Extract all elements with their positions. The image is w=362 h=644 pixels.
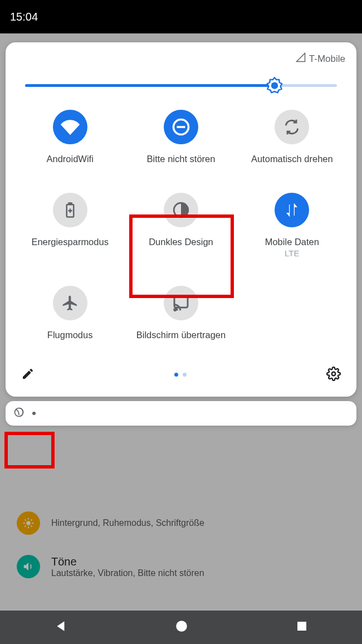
bg-subtitle: Lautstärke, Vibration, Bitte nicht störe…	[51, 568, 204, 578]
highlight-edit	[4, 432, 55, 469]
page-dot	[183, 373, 187, 377]
tile-label: Flugmodus	[47, 329, 93, 341]
tile-label: Bildschirm übertragen	[136, 329, 226, 341]
svg-point-14	[176, 621, 187, 632]
settings-button[interactable]	[323, 363, 344, 387]
svg-rect-10	[174, 297, 188, 308]
notification-dot-icon	[32, 412, 36, 415]
tile-rotate[interactable]: Automatisch drehen	[237, 106, 348, 168]
brightness-thumb-icon[interactable]	[266, 77, 283, 94]
bg-title: Töne	[51, 555, 204, 568]
status-bar: 15:04	[0, 0, 362, 33]
svg-rect-15	[297, 622, 306, 631]
page-indicator	[174, 373, 187, 377]
tile-cast[interactable]: Bildschirm übertragen	[125, 282, 236, 344]
tiles-grid: AndroidWifiBitte nicht störenAutomatisch…	[6, 101, 356, 352]
panel-footer	[6, 358, 356, 391]
wifi-icon[interactable]	[53, 110, 87, 144]
tile-label: Bitte nicht stören	[147, 153, 216, 165]
mobiledata-icon[interactable]	[275, 193, 309, 227]
quick-settings-panel: T-Mobile AndroidWifiBitte nicht störenAu…	[6, 42, 356, 397]
tile-mobiledata[interactable]: Mobile DatenLTE	[237, 189, 348, 262]
status-time: 15:04	[10, 11, 38, 23]
panel-header: T-Mobile	[6, 52, 356, 76]
tile-airplane[interactable]: Flugmodus	[14, 282, 125, 344]
svg-point-12	[332, 372, 336, 376]
tile-label: Energiesparmodus	[31, 236, 109, 248]
rotate-icon[interactable]	[275, 110, 309, 144]
edit-button[interactable]	[18, 364, 38, 386]
sound-settings-icon	[17, 555, 40, 578]
brightness-track	[25, 84, 337, 87]
carrier-label: T-Mobile	[309, 53, 345, 65]
cast-icon[interactable]	[164, 286, 198, 320]
brightness-fill	[25, 84, 275, 87]
bg-list-item: Hintergrund, Ruhemodus, Schriftgröße	[0, 501, 362, 545]
navigation-bar	[0, 611, 362, 644]
recent-button[interactable]	[295, 619, 309, 635]
svg-point-11	[174, 309, 176, 311]
home-button[interactable]	[174, 619, 189, 636]
tile-battery[interactable]: Energiesparmodus	[14, 189, 125, 262]
darkmode-icon[interactable]	[164, 193, 198, 227]
svg-point-2	[271, 82, 278, 89]
tile-label: Automatisch drehen	[251, 153, 333, 165]
tile-wifi[interactable]: AndroidWifi	[14, 106, 125, 168]
back-button[interactable]	[53, 619, 68, 636]
tile-darkmode[interactable]: Dunkles Design	[125, 189, 236, 262]
signal-icon	[296, 52, 306, 65]
tile-sublabel: LTE	[285, 248, 299, 258]
bg-list-item: Töne Lautstärke, Vibration, Bitte nicht …	[0, 545, 362, 588]
notification-row[interactable]	[6, 401, 356, 426]
svg-rect-6	[69, 203, 71, 204]
tile-label: Dunkles Design	[149, 236, 213, 248]
brightness-slider[interactable]	[6, 76, 356, 101]
tile-dnd[interactable]: Bitte nicht stören	[125, 106, 236, 168]
dnd-icon[interactable]	[164, 110, 198, 144]
tile-label: Mobile Daten	[265, 236, 319, 248]
page-dot	[174, 373, 178, 377]
bg-subtitle: Hintergrund, Ruhemodus, Schriftgröße	[51, 518, 204, 528]
airplane-icon[interactable]	[53, 286, 87, 320]
display-settings-icon	[17, 511, 40, 535]
svg-point-0	[26, 521, 30, 525]
android-system-icon	[13, 407, 25, 420]
tile-label: AndroidWifi	[46, 153, 93, 165]
battery-icon[interactable]	[53, 193, 87, 227]
